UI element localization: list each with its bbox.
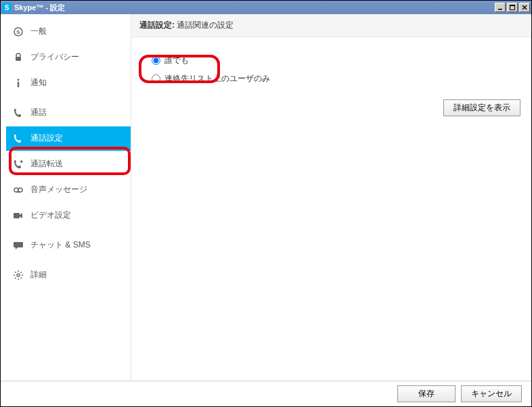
- svg-rect-7: [18, 82, 19, 87]
- sidebar-item-label: ビデオ設定: [30, 210, 71, 221]
- sidebar-item-label: 通知: [30, 77, 47, 89]
- lock-icon: [13, 52, 24, 63]
- sidebar-item-notifications[interactable]: 通知: [6, 71, 131, 95]
- dialog-footer: 保存 キャンセル: [1, 381, 531, 406]
- close-button[interactable]: [519, 3, 530, 12]
- header-title: 通話設定:: [139, 20, 175, 30]
- skype-logo-icon: S: [2, 3, 12, 12]
- radio-contacts-only[interactable]: 連絡先リスト上のユーザのみ: [152, 73, 518, 85]
- radio-contacts-only-label: 連絡先リスト上のユーザのみ: [164, 73, 270, 85]
- sidebar-item-label: 通話: [30, 107, 47, 118]
- skype-logo-letter: S: [5, 4, 9, 11]
- minimize-button[interactable]: [495, 3, 506, 12]
- phone-forward-icon: [13, 159, 24, 170]
- sidebar-item-general[interactable]: S 一般: [6, 20, 131, 44]
- sidebar-item-call-settings[interactable]: 通話設定: [6, 126, 131, 151]
- sidebar-item-label: 通話設定: [30, 133, 63, 144]
- sidebar-item-label: 通話転送: [30, 158, 63, 170]
- sidebar-item-label: 音声メッセージ: [30, 184, 87, 195]
- sidebar-item-label: プライバシー: [30, 51, 79, 63]
- radio-everyone-label: 誰でも: [164, 55, 189, 66]
- content-header: 通話設定: 通話関連の設定: [131, 14, 531, 37]
- radio-everyone[interactable]: 誰でも: [152, 55, 518, 66]
- content-body: 誰でも 連絡先リスト上のユーザのみ 詳細設定を表示: [131, 37, 531, 381]
- settings-sidebar: S 一般 プライバシー 通知 通話 通話設定: [1, 14, 131, 381]
- skype-icon: S: [13, 26, 24, 37]
- incoming-calls-radio-group: 誰でも 連絡先リスト上のユーザのみ: [152, 55, 518, 85]
- sidebar-item-label: 一般: [30, 26, 47, 37]
- window-titlebar: S Skype™ - 設定: [1, 1, 531, 14]
- svg-point-6: [18, 78, 20, 80]
- radio-everyone-input[interactable]: [152, 56, 160, 65]
- radio-contacts-only-input[interactable]: [152, 74, 160, 83]
- cancel-button[interactable]: キャンセル: [461, 385, 522, 402]
- maximize-button[interactable]: [507, 3, 518, 12]
- sidebar-item-privacy[interactable]: プライバシー: [6, 45, 131, 70]
- sidebar-item-call-forwarding[interactable]: 通話転送: [6, 152, 131, 176]
- sidebar-item-voicemail[interactable]: 音声メッセージ: [6, 178, 131, 202]
- svg-rect-11: [14, 213, 20, 218]
- voicemail-icon: [13, 185, 24, 195]
- video-icon: [13, 210, 24, 221]
- svg-rect-5: [16, 57, 21, 61]
- info-icon: [13, 78, 24, 89]
- svg-text:S: S: [16, 29, 20, 35]
- sidebar-item-chat-sms[interactable]: チャット & SMS: [6, 233, 131, 258]
- sidebar-item-label: チャット & SMS: [30, 239, 91, 251]
- svg-point-9: [18, 188, 22, 192]
- svg-point-12: [17, 274, 20, 277]
- phone-icon: [13, 107, 24, 118]
- svg-rect-2: [510, 5, 515, 7]
- chat-icon: [13, 240, 24, 251]
- save-button[interactable]: 保存: [397, 385, 456, 402]
- svg-rect-0: [498, 9, 502, 10]
- header-subtitle: 通話関連の設定: [175, 20, 234, 30]
- phone-icon: [13, 133, 24, 144]
- sidebar-item-label: 詳細: [30, 269, 47, 281]
- svg-point-8: [14, 188, 18, 192]
- gear-icon: [13, 270, 24, 281]
- show-advanced-button[interactable]: 詳細設定を表示: [443, 99, 520, 116]
- window-title: Skype™ - 設定: [14, 3, 65, 13]
- sidebar-item-video-settings[interactable]: ビデオ設定: [6, 204, 131, 228]
- content-panel: 通話設定: 通話関連の設定 誰でも 連絡先リスト上のユーザのみ 詳細設定を表示: [131, 14, 531, 381]
- sidebar-item-advanced[interactable]: 詳細: [6, 263, 131, 287]
- sidebar-item-calls[interactable]: 通話: [6, 101, 131, 125]
